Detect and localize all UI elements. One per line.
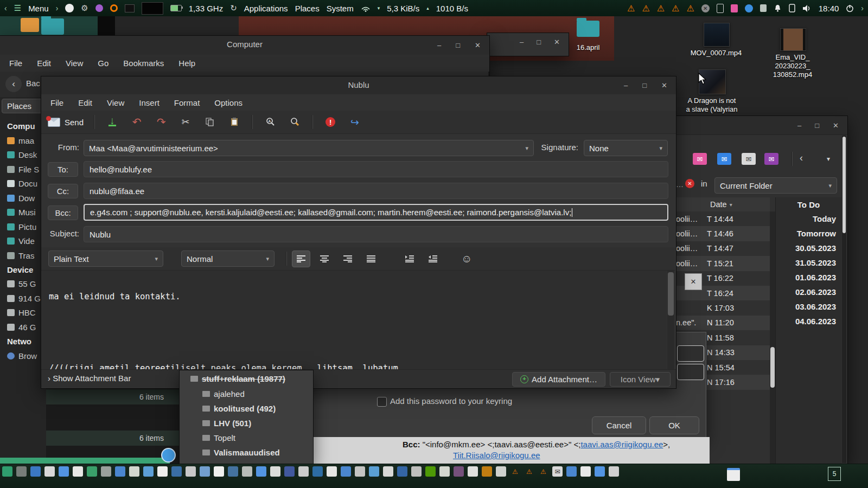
taskbar-window-icon[interactable] — [312, 466, 323, 477]
taskbar-window-icon[interactable] — [87, 466, 97, 477]
phone-icon[interactable] — [789, 4, 795, 12]
power-icon[interactable] — [846, 4, 854, 12]
menu-file[interactable]: File — [9, 59, 22, 68]
workspace-switcher[interactable]: 5 — [828, 467, 841, 481]
menu-format[interactable]: Format — [174, 98, 200, 107]
taskbar-window-icon[interactable] — [143, 466, 154, 477]
maximize-icon[interactable]: □ — [815, 121, 819, 130]
confirm-password-field[interactable] — [677, 364, 704, 380]
taskbar-window-icon[interactable] — [369, 466, 379, 477]
tree-item[interactable]: Valismaauudised — [202, 445, 280, 459]
refresh-icon[interactable]: ↻ — [230, 3, 237, 13]
close-icon[interactable]: ✕ — [833, 121, 839, 130]
sidebar-item-documents[interactable]: Docu — [0, 176, 46, 190]
minimize-icon[interactable]: – — [437, 41, 441, 49]
sidebar-item-drive-46g[interactable]: 46 G — [0, 320, 46, 334]
taskbar-window-icon[interactable]: ✉ — [552, 466, 563, 477]
warning-tray-icon[interactable]: ⚠ — [627, 3, 635, 14]
settings-gears-icon[interactable]: ⚙ — [81, 3, 88, 13]
menu-button[interactable]: Menu — [28, 4, 49, 13]
copy-button[interactable] — [203, 115, 217, 129]
taskbar-window-icon[interactable] — [242, 466, 252, 477]
tree-item[interactable]: Topelt — [202, 431, 235, 445]
menu-help[interactable]: Help — [178, 59, 195, 68]
bcc-link[interactable]: taavi.aas@riigikogu.ee — [580, 440, 663, 449]
tree-item[interactable]: stuff+reklaam (19877) — [190, 371, 285, 386]
taskbar-window-icon[interactable] — [228, 466, 238, 477]
blue-tray-icon[interactable] — [745, 4, 753, 12]
minimize-icon[interactable]: – — [797, 121, 801, 130]
taskbar-window-icon[interactable] — [383, 466, 393, 477]
replace-button[interactable] — [288, 115, 302, 129]
taskbar-window-icon[interactable] — [59, 466, 69, 477]
date-column-header[interactable]: Date ▾ — [668, 197, 770, 212]
mail-pink-icon[interactable]: ✉ — [693, 153, 707, 165]
message-row[interactable]: oolii…T 14:46 — [668, 226, 770, 241]
align-right-button[interactable] — [339, 251, 357, 267]
maximize-icon[interactable]: □ — [642, 81, 647, 89]
desktop-icon-mov0007[interactable]: MOV_0007.mp4 — [704, 23, 746, 57]
todo-item[interactable]: 01.06.2023 — [776, 270, 841, 285]
send-button[interactable]: Send — [48, 118, 84, 127]
taskbar-window-icon[interactable] — [129, 466, 139, 477]
sidebar-item-browse-network[interactable]: Brow — [0, 349, 46, 363]
indent-button[interactable] — [424, 251, 442, 267]
cancel-button[interactable]: Cancel — [592, 416, 646, 434]
bell-icon[interactable] — [774, 4, 782, 12]
taskbar-window-icon[interactable] — [270, 466, 280, 477]
bcc-button[interactable]: Bcc: — [48, 206, 78, 220]
taskbar-window-icon[interactable]: ⚠ — [538, 466, 548, 477]
taskbar-window-icon[interactable] — [580, 466, 591, 477]
panel-scroll-left-icon[interactable]: ‹ — [4, 4, 7, 12]
undo-button[interactable]: ↶ — [130, 115, 144, 129]
taskbar-window-icon[interactable] — [341, 466, 351, 477]
taskbar-window-icon[interactable] — [2, 466, 12, 477]
message-list-scrollbar[interactable] — [770, 211, 775, 464]
titlebar[interactable]: – □ ✕ — [668, 116, 847, 135]
titlebar[interactable]: Computer – □ ✕ — [0, 36, 489, 55]
show-attachment-toggle[interactable]: › Show Attachment Bar — [48, 374, 131, 383]
cc-button[interactable]: Cc: — [48, 184, 78, 198]
taskbar-window-icon[interactable] — [115, 466, 125, 477]
clock[interactable]: 18:40 — [819, 4, 839, 13]
back-button[interactable]: ‹ — [5, 76, 22, 92]
scrollbar-thumb[interactable] — [843, 137, 846, 233]
bcc-field[interactable]: e.g4s.com ; support@nublu.ee, kersti.kal… — [84, 204, 668, 221]
taskbar-window-icon[interactable] — [186, 466, 196, 477]
cut-button[interactable]: ✂ — [178, 115, 193, 129]
keyring-checkbox[interactable] — [377, 397, 387, 407]
sidebar-item-drive-914g[interactable]: 914 G — [0, 291, 46, 305]
sidebar-item-pictures[interactable]: Pictu — [0, 220, 46, 234]
bcc-link-2[interactable]: Tiit.Riisalo@riigikogu.ee — [453, 451, 540, 460]
paste-button[interactable] — [227, 115, 241, 129]
clear-search-icon[interactable]: ✕ — [685, 179, 694, 188]
desktop-icon-16april[interactable]: 16.april — [577, 21, 604, 52]
taskbar-window-icon[interactable] — [256, 466, 266, 477]
folder-scope-combo[interactable]: Current Folder▾ — [714, 177, 837, 194]
mail-purple-icon[interactable]: ✉ — [764, 153, 778, 165]
todo-item[interactable]: Tomorrow — [776, 226, 841, 241]
align-justify-button[interactable] — [362, 251, 380, 267]
taskbar-window-icon[interactable] — [595, 466, 605, 477]
sidebar-item-trash[interactable]: Tras — [0, 248, 46, 262]
scrollbar-thumb[interactable] — [668, 272, 674, 316]
pink-tray-icon[interactable] — [731, 4, 738, 12]
taskbar-window-icon[interactable]: ⚠ — [510, 466, 520, 477]
taskbar-window-icon[interactable] — [355, 466, 365, 477]
align-left-button[interactable] — [292, 251, 310, 267]
taskbar-window-icon[interactable] — [171, 466, 182, 477]
menu-edit[interactable]: Edit — [78, 98, 92, 107]
sidebar-item-drive-hbc[interactable]: HBC — [0, 305, 46, 319]
taskbar-window-icon[interactable] — [200, 466, 210, 477]
taskbar-window-icon[interactable] — [157, 466, 168, 477]
signature-combo[interactable]: None▾ — [584, 140, 668, 156]
system-menu[interactable]: System — [327, 4, 354, 13]
network-icon[interactable] — [361, 4, 371, 12]
todo-item[interactable]: 31.05.2023 — [776, 255, 841, 270]
find-button[interactable]: A — [263, 115, 277, 129]
desktop-folder-icon[interactable] — [41, 18, 64, 35]
scrollbar-thumb[interactable] — [770, 347, 775, 388]
sidebar-item-drive-55g[interactable]: 55 G — [0, 277, 46, 291]
maximize-icon[interactable]: □ — [456, 41, 460, 49]
message-row[interactable]: oolii…T 15:21 — [668, 256, 770, 271]
